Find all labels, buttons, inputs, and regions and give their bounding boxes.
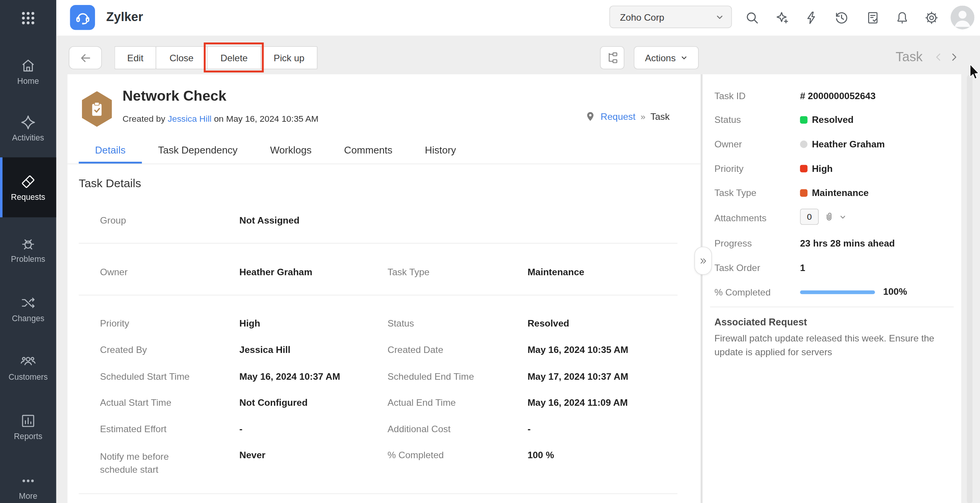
back-arrow-icon: [79, 51, 92, 65]
ticket-icon: [20, 173, 36, 189]
org-selector[interactable]: Zoho Corp: [610, 6, 732, 28]
chevron-down-icon: [716, 13, 724, 21]
field-label: Notify me before schedule start: [100, 450, 182, 476]
quick-add-icon[interactable]: [774, 10, 789, 25]
tree-view-button[interactable]: [600, 46, 624, 69]
attachments-chevron-down-icon[interactable]: [839, 213, 846, 220]
task-type-swatch: [800, 189, 808, 196]
detail-row: Notify me before schedule start Never % …: [67, 450, 701, 477]
field-label: Additional Cost: [387, 423, 451, 434]
sidebar-item-more[interactable]: More: [0, 473, 56, 503]
next-record-chevron-icon[interactable]: [949, 52, 959, 62]
sidebar-item-home[interactable]: Home: [0, 57, 56, 87]
sidebar-item-activities[interactable]: Activities: [0, 114, 56, 144]
sidebar-item-customers[interactable]: Customers: [0, 353, 56, 383]
sidebar-item-requests[interactable]: Requests: [0, 157, 56, 217]
field-label: Task Type: [715, 187, 757, 198]
zap-icon[interactable]: [804, 10, 819, 25]
detail-row: Owner Heather Graham Task Type Maintenan…: [67, 267, 701, 281]
detail-row: Created By Jessica Hill Created Date May…: [67, 344, 701, 358]
home-icon: [20, 57, 36, 73]
double-chevron-right-icon: [699, 256, 708, 265]
detail-row: Scheduled Start Time May 16, 2024 10:37 …: [67, 371, 701, 385]
tab-history[interactable]: History: [409, 137, 472, 163]
field-label: % Completed: [387, 450, 444, 461]
survey-icon[interactable]: [865, 10, 880, 25]
status-value: Resolved: [800, 114, 854, 125]
detail-row: Group Not Assigned: [67, 215, 701, 229]
sidebar-item-label: Problems: [11, 254, 46, 263]
edit-button[interactable]: Edit: [115, 46, 156, 69]
owner-value: Heather Graham: [800, 139, 885, 149]
sidebar-item-problems[interactable]: Problems: [0, 235, 56, 265]
created-line: Created by Jessica Hill on May 16, 2024 …: [123, 114, 319, 124]
field-label: Owner: [100, 267, 128, 278]
app-grid-button[interactable]: [0, 0, 56, 36]
sidebar-item-label: Changes: [12, 314, 44, 323]
collapse-panel-handle[interactable]: [694, 247, 712, 274]
previous-record-chevron-icon[interactable]: [933, 52, 944, 62]
field-label: % Completed: [715, 287, 771, 297]
row-divider: [79, 295, 678, 296]
settings-gear-icon[interactable]: [924, 10, 939, 25]
tab-details[interactable]: Details: [79, 137, 142, 163]
priority-text: High: [812, 163, 833, 174]
status-swatch: [800, 116, 808, 124]
delete-button[interactable]: Delete: [207, 46, 261, 69]
back-button[interactable]: [69, 46, 102, 69]
attachments-count-box[interactable]: 0: [800, 209, 819, 225]
user-avatar[interactable]: [951, 6, 974, 29]
app-window: Zylker Zoho Corp: [0, 0, 980, 503]
top-header: Zylker Zoho Corp: [0, 0, 980, 36]
paperclip-icon[interactable]: [823, 211, 835, 223]
left-navigation: Home Activities Requests: [0, 36, 56, 503]
app-grid-icon: [20, 10, 36, 26]
history-icon[interactable]: [834, 10, 849, 25]
field-value: May 17, 2024 10:37 AM: [528, 371, 628, 382]
field-value: May 16, 2024 11:09 AM: [528, 397, 628, 408]
created-by-link[interactable]: Jessica Hill: [168, 114, 211, 124]
owner-name: Heather Graham: [812, 139, 885, 149]
search-icon[interactable]: [744, 10, 759, 25]
tab-worklogs[interactable]: Worklogs: [254, 137, 328, 163]
field-value: -: [528, 423, 531, 434]
sidebar-item-changes[interactable]: Changes: [0, 295, 56, 325]
task-order-value: 1: [800, 262, 805, 273]
associated-request-heading: Associated Request: [715, 317, 807, 328]
brand-name: Zylker: [106, 10, 143, 24]
pickup-button-label: Pick up: [274, 52, 304, 63]
priority-swatch: [800, 165, 808, 172]
notifications-bell-icon[interactable]: [895, 10, 910, 25]
close-button[interactable]: Close: [156, 46, 207, 69]
tab-comments[interactable]: Comments: [328, 137, 409, 163]
breadcrumb: Request » Task: [585, 111, 670, 122]
sidebar-item-reports[interactable]: Reports: [0, 413, 56, 443]
panel-gap-divider: [701, 74, 703, 503]
field-value: High: [239, 318, 260, 328]
detail-row: Priority High Status Resolved: [67, 318, 701, 332]
delete-button-label: Delete: [221, 52, 248, 63]
attachments-control: 0: [800, 209, 846, 225]
field-label: Progress: [715, 238, 752, 249]
vertical-scrollbar[interactable]: [967, 75, 973, 503]
breadcrumb-request-link[interactable]: Request: [601, 111, 636, 122]
row-divider: [79, 243, 678, 244]
actions-button[interactable]: Actions: [634, 46, 699, 69]
pickup-button[interactable]: Pick up: [261, 46, 317, 69]
tab-task-dependency[interactable]: Task Dependency: [142, 137, 254, 163]
location-pin-icon: [585, 111, 596, 122]
reports-icon: [20, 413, 36, 429]
completed-progress-fill: [800, 291, 875, 294]
tree-view-icon: [606, 51, 619, 64]
field-label: Created Date: [387, 344, 443, 355]
bug-icon: [20, 235, 36, 252]
field-label: Scheduled End Time: [387, 371, 474, 382]
field-label: Actual Start Time: [100, 397, 171, 408]
field-value: -: [239, 423, 243, 434]
edit-button-label: Edit: [127, 52, 143, 63]
field-value: Maintenance: [528, 267, 584, 278]
field-label: Task Type: [387, 267, 429, 278]
sidebar-item-label: Home: [17, 76, 39, 85]
field-value: Not Configured: [239, 397, 308, 408]
product-logo[interactable]: [70, 5, 95, 30]
